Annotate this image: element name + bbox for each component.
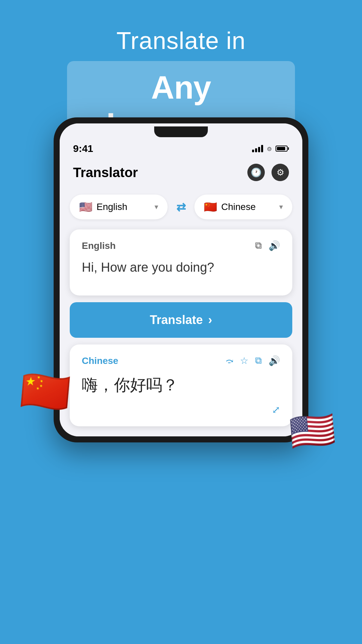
target-lang-name: Chinese [221, 202, 256, 212]
result-lang-label: Chinese [82, 356, 118, 366]
history-button[interactable]: 🕐 [247, 164, 265, 181]
input-card-actions: ⧉ 🔊 [255, 240, 280, 251]
header-icons: 🕐 ⚙ [247, 164, 289, 181]
app-header: Translator 🕐 ⚙ [60, 157, 302, 188]
input-lang-label: English [82, 240, 116, 251]
expand-icon-container: ⤢ [82, 404, 280, 416]
swap-languages-button[interactable]: ⇄ [173, 200, 189, 214]
cn-flag-decoration: 🇨🇳 [18, 366, 72, 418]
phone-outer: 9:41 ⌾ [54, 117, 308, 442]
wifi-icon: ⌾ [267, 144, 272, 153]
translate-button-arrow: › [208, 313, 212, 327]
source-lang-name: English [97, 202, 127, 212]
speak-input-button[interactable]: 🔊 [268, 240, 280, 251]
status-time: 9:41 [73, 143, 93, 154]
lang-selector-row: 🇺🇸 English ▾ ⇄ 🇨🇳 Chinese ▾ [60, 188, 302, 229]
result-card: Chinese ⤼ ☆ ⧉ 🔊 嗨，你好吗？ ⤢ [70, 344, 292, 426]
status-bar: 9:41 ⌾ [60, 140, 302, 157]
result-card-header: Chinese ⤼ ☆ ⧉ 🔊 [82, 355, 280, 366]
status-icons: ⌾ [252, 144, 289, 153]
phone-mockup: 9:41 ⌾ [54, 117, 308, 442]
signal-icon [252, 145, 263, 152]
hero-subtitle: Translate in [0, 27, 362, 54]
target-lang-chevron: ▾ [279, 203, 283, 211]
copy-result-button[interactable]: ⧉ [255, 355, 262, 366]
favorite-result-button[interactable]: ☆ [240, 355, 248, 366]
app-title: Translator [73, 165, 138, 180]
gear-icon: ⚙ [277, 167, 284, 178]
input-text[interactable]: Hi, How are you doing? [82, 258, 280, 285]
translate-button-label: Translate [150, 313, 203, 327]
source-lang-selector[interactable]: 🇺🇸 English ▾ [70, 195, 168, 219]
input-card-header: English ⧉ 🔊 [82, 240, 280, 251]
phone-screen: 9:41 ⌾ [60, 123, 302, 436]
copy-input-button[interactable]: ⧉ [255, 240, 262, 251]
translate-button[interactable]: Translate › [70, 302, 292, 338]
battery-icon [276, 146, 289, 152]
notch-bar [60, 123, 302, 140]
expand-button[interactable]: ⤢ [272, 404, 280, 416]
source-lang-flag: 🇺🇸 [79, 201, 93, 213]
speak-result-button[interactable]: 🔊 [268, 355, 280, 366]
settings-button[interactable]: ⚙ [272, 164, 289, 181]
notch [154, 126, 208, 137]
input-card: English ⧉ 🔊 Hi, How are you doing? [70, 229, 292, 296]
us-flag-decoration: 🇺🇸 [288, 407, 337, 454]
source-lang-chevron: ▾ [155, 203, 158, 211]
result-text: 嗨，你好吗？ [82, 373, 280, 397]
result-card-actions: ⤼ ☆ ⧉ 🔊 [226, 355, 280, 366]
target-lang-flag: 🇨🇳 [204, 201, 217, 213]
share-result-button[interactable]: ⤼ [226, 355, 233, 366]
target-lang-selector[interactable]: 🇨🇳 Chinese ▾ [194, 195, 292, 219]
clock-icon: 🕐 [251, 167, 261, 178]
